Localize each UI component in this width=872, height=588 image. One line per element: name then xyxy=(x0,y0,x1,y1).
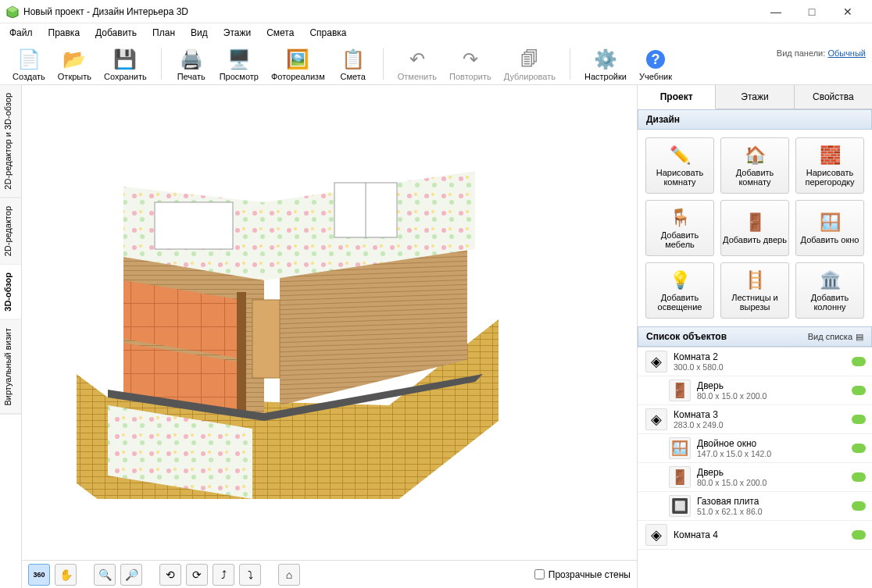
stairs-icon: 🪜 xyxy=(744,269,766,291)
save-label: Сохранить xyxy=(104,72,147,81)
close-button[interactable]: ✕ xyxy=(830,0,866,23)
add-door-button[interactable]: 🚪Добавить дверь xyxy=(720,200,789,256)
item-dims: 283.0 x 249.0 xyxy=(674,420,852,430)
orbit-icon: 360 xyxy=(33,571,45,579)
svg-rect-28 xyxy=(252,300,280,378)
visibility-toggle[interactable] xyxy=(852,472,866,482)
list-item[interactable]: 🪟Двойное окно147.0 x 15.0 x 142.0 xyxy=(638,434,872,463)
add-light-button[interactable]: 💡Добавить освещение xyxy=(645,262,714,319)
item-dims: 51.0 x 62.1 x 86.0 xyxy=(697,507,852,517)
photoreal-label: Фотореализм xyxy=(271,72,325,81)
list-item[interactable]: ◈Комната 4 xyxy=(638,521,872,550)
photoreal-icon: 🖼️ xyxy=(285,47,310,72)
redo-icon: ↷ xyxy=(458,47,483,72)
tilt-down-button[interactable]: ⤵ xyxy=(239,564,261,586)
list-view-toggle[interactable]: Вид списка ▤ xyxy=(808,332,863,342)
visibility-toggle[interactable] xyxy=(852,530,866,540)
visibility-toggle[interactable] xyxy=(852,444,866,453)
menu-view[interactable]: Вид xyxy=(184,25,214,41)
toolbar: 📄Создать 📂Открыть 💾Сохранить 🖨️Печать 🖥️… xyxy=(0,42,872,85)
minimize-button[interactable]: — xyxy=(758,0,794,23)
menu-edit[interactable]: Правка xyxy=(42,25,87,41)
svg-text:?: ? xyxy=(651,52,659,67)
menu-plan[interactable]: План xyxy=(146,25,181,41)
item-name: Двойное окно xyxy=(697,438,852,449)
list-item[interactable]: ◈Комната 2300.0 x 580.0 xyxy=(638,347,872,376)
rotate-left-button[interactable]: ⟲ xyxy=(159,564,181,586)
zoom-out-button[interactable]: 🔎 xyxy=(120,564,142,586)
door-icon: 🚪 xyxy=(669,466,691,488)
panel-mode-label: Вид панели: xyxy=(777,48,825,58)
tilt-up-button[interactable]: ⤴ xyxy=(213,564,234,586)
menu-help[interactable]: Справка xyxy=(303,25,352,41)
preview-button[interactable]: 🖥️Просмотр xyxy=(213,45,265,83)
add-column-button[interactable]: 🏛️Добавить колонну xyxy=(795,262,864,319)
save-icon: 💾 xyxy=(113,47,138,72)
tab-project[interactable]: Проект xyxy=(638,85,716,109)
visibility-toggle[interactable] xyxy=(852,357,866,366)
panel-mode-link[interactable]: Обычный xyxy=(827,48,866,58)
duplicate-button[interactable]: 🗐Дублировать xyxy=(498,45,562,83)
menu-estimate[interactable]: Смета xyxy=(260,25,300,41)
printer-icon: 🖨️ xyxy=(179,47,204,72)
item-dims: 300.0 x 580.0 xyxy=(674,362,852,372)
list-view-icon: ▤ xyxy=(856,332,863,342)
zoom-in-button[interactable]: 🔍 xyxy=(94,564,116,586)
tab-properties[interactable]: Свойства xyxy=(795,85,872,109)
create-button[interactable]: 📄Создать xyxy=(6,45,52,83)
menu-file[interactable]: Файл xyxy=(3,25,39,41)
draw-room-button[interactable]: ✏️Нарисовать комнату xyxy=(645,137,714,194)
door-icon: 🚪 xyxy=(744,212,766,233)
design-header-label: Дизайн xyxy=(646,114,680,125)
monitor-icon: 🖥️ xyxy=(227,47,252,72)
manual-button[interactable]: ?Учебник xyxy=(633,45,678,83)
room-icon: ◈ xyxy=(645,408,667,430)
list-item[interactable]: ◈Комната 3283.0 x 249.0 xyxy=(638,405,872,434)
tab-2d-3d[interactable]: 2D-редактор и 3D-обзор xyxy=(0,85,21,198)
wall-icon: 🧱 xyxy=(819,144,841,166)
save-button[interactable]: 💾Сохранить xyxy=(98,45,153,83)
item-name: Комната 4 xyxy=(674,529,852,540)
3d-canvas[interactable] xyxy=(22,85,637,560)
photoreal-button[interactable]: 🖼️Фотореализм xyxy=(265,45,331,83)
gear-icon: ⚙️ xyxy=(593,47,618,72)
tab-floors[interactable]: Этажи xyxy=(716,85,794,109)
viewport: 360 ✋ 🔍 🔎 ⟲ ⟳ ⤴ ⤵ ⌂ Прозрачные стены xyxy=(22,85,638,588)
home-view-button[interactable]: ⌂ xyxy=(278,564,300,586)
tab-virtual[interactable]: Виртуальный визит xyxy=(0,320,21,415)
visibility-toggle[interactable] xyxy=(852,415,866,424)
add-furniture-button[interactable]: 🪑Добавить мебель xyxy=(645,200,714,256)
stairs-button[interactable]: 🪜Лестницы и вырезы xyxy=(720,262,789,319)
menu-add[interactable]: Добавить xyxy=(89,25,143,41)
open-button[interactable]: 📂Открыть xyxy=(52,45,98,83)
list-item[interactable]: 🔲Газовая плита51.0 x 62.1 x 86.0 xyxy=(638,492,872,521)
menubar: Файл Правка Добавить План Вид Этажи Смет… xyxy=(0,23,872,42)
add-room-button[interactable]: 🏠Добавить комнату xyxy=(720,137,789,194)
pan-button[interactable]: ✋ xyxy=(55,564,77,586)
home-icon: ⌂ xyxy=(286,568,292,581)
room-icon: ◈ xyxy=(645,351,667,372)
object-list[interactable]: ◈Комната 2300.0 x 580.0🚪Дверь80.0 x 15.0… xyxy=(638,347,872,588)
undo-button[interactable]: ↶Отменить xyxy=(391,45,443,83)
menu-floors[interactable]: Этажи xyxy=(217,25,257,41)
transparent-walls-input[interactable] xyxy=(534,569,545,579)
orbit-360-button[interactable]: 360 xyxy=(28,564,50,586)
tilt-down-icon: ⤵ xyxy=(248,568,253,581)
settings-button[interactable]: ⚙️Настройки xyxy=(578,45,633,83)
list-item[interactable]: 🚪Дверь80.0 x 15.0 x 200.0 xyxy=(638,376,872,405)
estimate-button[interactable]: 📋Смета xyxy=(331,45,375,83)
add-window-button[interactable]: 🪟Добавить окно xyxy=(795,200,864,256)
draw-wall-button[interactable]: 🧱Нарисовать перегородку xyxy=(795,137,864,194)
maximize-button[interactable]: □ xyxy=(794,0,830,23)
transparent-walls-checkbox[interactable]: Прозрачные стены xyxy=(534,569,631,580)
tab-2d[interactable]: 2D-редактор xyxy=(0,198,21,265)
visibility-toggle[interactable] xyxy=(852,386,866,395)
preview-label: Просмотр xyxy=(220,72,259,81)
list-item[interactable]: 🚪Дверь80.0 x 15.0 x 200.0 xyxy=(638,463,872,492)
tab-3d[interactable]: 3D-обзор xyxy=(0,265,21,320)
open-label: Открыть xyxy=(58,72,91,81)
redo-button[interactable]: ↷Повторить xyxy=(443,45,498,83)
visibility-toggle[interactable] xyxy=(852,501,866,511)
print-button[interactable]: 🖨️Печать xyxy=(170,45,213,83)
rotate-right-button[interactable]: ⟳ xyxy=(186,564,208,586)
